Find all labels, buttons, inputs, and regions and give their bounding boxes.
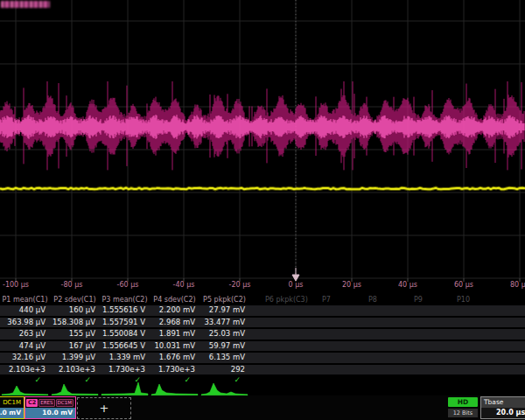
trace-descriptor-fragment	[1, 1, 50, 8]
channel1-descriptor[interactable]: DC1M 10.0 mV	[0, 396, 24, 419]
time-tick-label: 0 µs	[289, 281, 304, 289]
measurement-value: 263 µV	[0, 329, 50, 340]
measurement-table: P1 mean(C1)P2 sdev(C1)P3 mean(C2)P4 sdev…	[0, 294, 525, 385]
measurement-header[interactable]: P4 sdev(C2)	[150, 294, 200, 305]
measurement-value: 2.103e+3	[50, 365, 100, 375]
measurement-header-inactive[interactable]: P7	[322, 294, 331, 305]
measurement-header-inactive[interactable]: P6 pkpk(C3)	[265, 294, 308, 305]
measurement-header[interactable]: P2 sdev(C1)	[50, 294, 100, 305]
add-trace-button[interactable]: +	[77, 397, 131, 419]
time-tick-label: 80 µs	[510, 281, 525, 289]
measurement-value: 25.03 mV	[200, 329, 249, 340]
measurement-value: 2.103e+3	[0, 365, 50, 375]
measurement-row: 2.103e+32.103e+31.730e+31.730e+3292	[0, 365, 525, 377]
measurement-header[interactable]: P5 pkpk(C2)	[200, 294, 249, 305]
channel2-eres-badge: ERES	[38, 399, 54, 407]
waveform-display[interactable]: -100 µs-80 µs-60 µs-40 µs-20 µs0 µs20 µs…	[0, 0, 525, 294]
measurement-value: 363.98 µV	[0, 318, 50, 328]
measurement-value: 155 µV	[50, 329, 100, 340]
time-tick-label: -80 µs	[61, 281, 83, 289]
histicon	[151, 384, 198, 396]
oscilloscope-screen: -100 µs-80 µs-60 µs-40 µs-20 µs0 µs20 µs…	[0, 0, 525, 420]
measurement-value: 32.16 µV	[0, 353, 50, 363]
measurement-value: 1.399 µV	[50, 353, 100, 363]
measurement-header[interactable]: P3 mean(C2)	[100, 294, 150, 305]
timebase-descriptor[interactable]: Tbase 20.0 µs/div	[480, 396, 525, 419]
measurement-value: 1.730e+3	[100, 365, 150, 375]
time-tick-label: -40 µs	[173, 281, 195, 289]
measurement-value: 1.557591 V	[100, 318, 150, 328]
measurement-value: 1.339 mV	[100, 353, 150, 363]
measurement-value: 6.135 mV	[200, 353, 249, 363]
measurement-row: 32.16 µV1.399 µV1.339 mV1.676 mV6.135 mV	[0, 353, 525, 365]
hd-bits-label: 12 Bits	[448, 409, 478, 417]
measurement-row: 263 µV155 µV1.550084 V1.891 mV25.03 mV	[0, 329, 525, 341]
time-tick-label: -100 µs	[3, 281, 29, 289]
time-tick-label: -60 µs	[117, 281, 139, 289]
channel2-badge: C2	[26, 399, 38, 407]
measurement-row: 440 µV160 µV1.555616 V2.200 mV27.97 mV	[0, 305, 525, 318]
measurement-row: 363.98 µV158.308 µV1.557591 V2.968 mV33.…	[0, 318, 525, 330]
measurement-value: 2.968 mV	[150, 318, 200, 328]
measurement-header[interactable]: P1 mean(C1)	[0, 294, 50, 305]
measurement-header-row: P1 mean(C1)P2 sdev(C1)P3 mean(C2)P4 sdev…	[0, 294, 525, 305]
channel2-scale-value: 10.0 mV	[25, 408, 75, 418]
measurement-rows: 440 µV160 µV1.555616 V2.200 mV27.97 mV36…	[0, 305, 525, 376]
measurement-value: 474 µV	[0, 341, 50, 352]
measurement-row: 474 µV167 µV1.556645 V10.031 mV59.97 mV	[0, 341, 525, 354]
measurement-header-inactive[interactable]: P9	[414, 294, 423, 305]
histicon	[2, 386, 48, 396]
channel1-scale-value: 10.0 mV	[0, 408, 24, 418]
measurement-value: 2.200 mV	[150, 305, 200, 316]
measurement-value: 1.555616 V	[100, 305, 150, 316]
status-bar: DC1M 10.0 mV C2 ERES DC1M 10.0 mV + HD 1…	[0, 396, 525, 420]
time-tick-label: 60 µs	[454, 281, 473, 289]
measurement-header-inactive[interactable]: P10	[457, 294, 470, 305]
histicon	[201, 383, 248, 396]
channel2-descriptor[interactable]: C2 ERES DC1M 10.0 mV	[24, 396, 76, 419]
measurement-value: 1.556645 V	[100, 341, 150, 352]
measurement-value: 1.550084 V	[100, 329, 150, 340]
measurement-value: 33.477 mV	[200, 318, 249, 328]
trigger-time-marker[interactable]	[292, 268, 299, 281]
channel2-coupling-badge: DC1M	[56, 399, 74, 407]
time-tick-label: 40 µs	[398, 281, 417, 289]
measurement-value: 10.031 mV	[150, 341, 200, 352]
measurement-header-inactive[interactable]: P8	[368, 294, 377, 305]
timebase-label: Tbase	[481, 397, 525, 408]
measurement-value: 1.730e+3	[150, 365, 200, 375]
measurement-value: 160 µV	[50, 305, 100, 316]
measurement-value: 1.891 mV	[150, 329, 200, 340]
hd-mode-badge: HD	[448, 397, 478, 407]
histicon	[52, 384, 98, 396]
measurement-histicons	[0, 382, 525, 396]
time-tick-label: 20 µs	[342, 281, 361, 289]
measurement-value: 158.308 µV	[50, 318, 100, 328]
measurement-value: 167 µV	[50, 341, 100, 352]
histicon	[102, 382, 148, 396]
measurement-value: 440 µV	[0, 305, 50, 316]
channel1-coupling-label: DC1M	[0, 397, 24, 408]
time-tick-label: -20 µs	[229, 281, 251, 289]
waveform-svg	[0, 0, 525, 294]
measurement-value: 59.97 mV	[200, 341, 249, 352]
measurement-value: 27.97 mV	[200, 305, 249, 316]
timebase-value: 20.0 µs/div	[481, 408, 525, 418]
measurement-value: 292	[200, 365, 249, 375]
measurement-value: 1.676 mV	[150, 353, 200, 363]
